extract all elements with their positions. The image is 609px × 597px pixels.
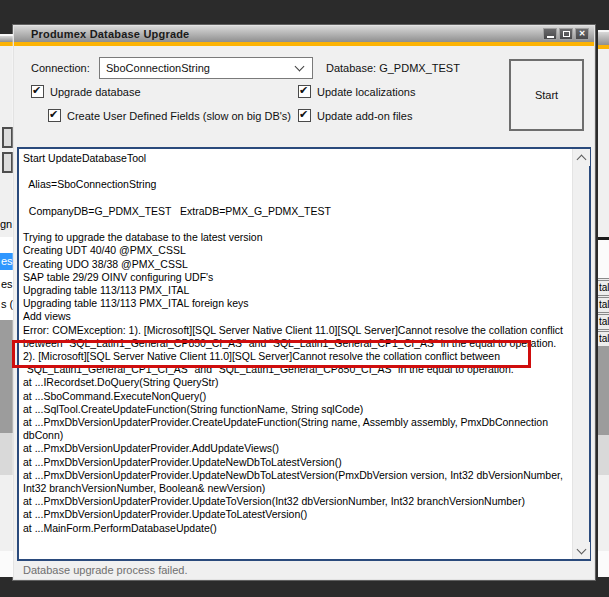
upgrade-database-checkbox[interactable]: ✔	[31, 85, 44, 98]
start-button-label: Start	[535, 89, 558, 101]
log-line	[23, 218, 572, 231]
titlebar[interactable]: Produmex Database Upgrade ✕	[14, 26, 594, 42]
log-line: Add views	[23, 310, 572, 323]
background-button-fragment	[2, 152, 13, 173]
background-panel	[0, 551, 13, 577]
scroll-up-button[interactable]	[573, 149, 590, 166]
log-line: at ...MainForm.PerformDatabaseUpdate()	[23, 522, 572, 535]
connection-dropdown[interactable]: SboConnectionString	[99, 57, 313, 79]
window-controls: ✕	[543, 28, 594, 40]
background-row-text: tal	[598, 312, 609, 329]
log-line: Upgrading table 113/113 PMX_ITAL	[23, 284, 572, 297]
produmex-database-upgrade-dialog: Produmex Database Upgrade ✕ Connection: …	[13, 25, 595, 580]
background-row-text: tal	[598, 329, 609, 346]
background-row-text: s (	[1, 298, 13, 310]
log-line: at ...IRecordset.DoQuery(String QueryStr…	[23, 376, 572, 389]
background-panel	[0, 320, 13, 433]
log-content: Start UpdateDatabaseTool Alias=SboConnec…	[19, 149, 572, 559]
log-line: at ...PmxDbVersionUpdaterProvider.Update…	[23, 508, 572, 521]
log-line: Creating UDT 40/40 @PMX_CSSL	[23, 244, 572, 257]
check-icon: ✔	[49, 108, 58, 121]
update-localizations-label: Update localizations	[317, 86, 415, 98]
connection-dropdown-value: SboConnectionString	[106, 62, 210, 74]
log-line	[23, 192, 572, 205]
log-line: at ...PmxDbVersionUpdaterProvider.Update…	[23, 456, 572, 469]
vertical-scrollbar[interactable]	[572, 149, 589, 559]
chevron-up-icon	[577, 155, 587, 165]
log-line: between "SQL_Latin1_General_CP850_CI_AS"…	[23, 337, 572, 350]
log-line: Error: COMException: 1). [Microsoft][SQL…	[23, 324, 572, 337]
minimize-icon	[547, 36, 554, 38]
maximize-button[interactable]	[559, 28, 573, 40]
background-panel	[598, 346, 609, 435]
connection-label: Connection:	[31, 62, 90, 74]
create-udf-label: Create User Defined Fields (slow on big …	[67, 110, 291, 122]
background-list-fragment: es ( es ( s (	[0, 237, 13, 320]
log-line: Alias=SboConnectionString	[23, 178, 572, 191]
background-accent-bar	[598, 45, 609, 49]
check-icon: ✔	[32, 84, 41, 97]
background-panel	[598, 551, 609, 577]
log-line: CompanyDB=G_PDMX_TEST ExtraDB=PMX_G_PDMX…	[23, 205, 572, 218]
upgrade-database-label: Upgrade database	[50, 86, 141, 98]
update-addon-files-label: Update add-on files	[317, 110, 412, 122]
accent-bar	[14, 42, 594, 46]
checkbox-row: ✔ Update localizations	[298, 85, 415, 98]
checkbox-row: ✔ Create User Defined Fields (slow on bi…	[48, 109, 291, 122]
checkbox-row: ✔ Upgrade database	[31, 85, 141, 98]
log-line: Start UpdateDatabaseTool	[23, 152, 572, 165]
background-clipped-text: gn	[0, 218, 12, 230]
log-line	[23, 165, 572, 178]
log-line: "SQL_Latin1_General_CP1_CI_AS" and "SQL_…	[23, 363, 572, 376]
checkbox-row: ✔ Update add-on files	[298, 109, 412, 122]
update-addon-files-checkbox[interactable]: ✔	[298, 109, 311, 122]
background-row-text: tal	[598, 295, 609, 312]
status-bar: Database upgrade process failed.	[17, 562, 591, 579]
close-icon: ✕	[579, 30, 586, 38]
log-textbox[interactable]: Start UpdateDatabaseTool Alias=SboConnec…	[17, 147, 591, 561]
log-line: at ...SboCommand.ExecuteNonQuery()	[23, 390, 572, 403]
log-line: at ...PmxDbVersionUpdaterProvider.Create…	[23, 416, 572, 429]
log-line: Creating UDO 38/38 @PMX_CSSL	[23, 258, 572, 271]
background-row-text: es (	[1, 278, 13, 290]
chevron-down-icon	[577, 545, 587, 555]
desktop: { "window": { "title": "Produmex Databas…	[0, 0, 609, 597]
background-window-left-fragment: gn es ( es ( s (	[0, 34, 13, 577]
background-accent-bar	[0, 42, 13, 46]
background-grid-rows: taltaltaltal	[598, 278, 609, 346]
log-line: Upgrading table 113/113 PMX_ITAL foreign…	[23, 297, 572, 310]
create-udf-checkbox[interactable]: ✔	[48, 109, 61, 122]
check-icon: ✔	[299, 84, 308, 97]
status-message: Database upgrade process failed.	[23, 564, 188, 576]
log-line: at ...PmxDbVersionUpdaterProvider.Update…	[23, 495, 572, 508]
log-line: at ...SqlTool.CreateUpdateFunction(Strin…	[23, 403, 572, 416]
check-icon: ✔	[299, 108, 308, 121]
log-line: Int32 branchVersionNumber, Boolean& newV…	[23, 482, 572, 495]
log-line: dbConn)	[23, 429, 572, 442]
log-line: 2). [Microsoft][SQL Server Native Client…	[23, 350, 572, 363]
window-title: Produmex Database Upgrade	[14, 28, 189, 40]
chevron-down-icon	[295, 62, 305, 72]
database-label: Database: G_PDMX_TEST	[326, 62, 460, 74]
log-line: at ...PmxDbVersionUpdaterProvider.Update…	[23, 469, 572, 482]
background-panel	[598, 240, 609, 278]
log-line: at ...PmxDbVersionUpdaterProvider.AddUpd…	[23, 442, 572, 455]
scroll-down-button[interactable]	[573, 542, 590, 559]
maximize-icon	[563, 31, 570, 37]
background-panel	[0, 433, 13, 475]
background-button-fragment	[2, 127, 13, 148]
start-button[interactable]: Start	[509, 59, 584, 131]
background-titlebar-fragment	[598, 32, 609, 45]
close-button[interactable]: ✕	[575, 28, 589, 40]
minimize-button[interactable]	[543, 28, 557, 40]
log-line: SAP table 29/29 OINV configuring UDF's	[23, 271, 572, 284]
background-selected-row: es (	[0, 253, 13, 270]
background-window-right-fragment: taltaltaltal	[598, 30, 609, 577]
background-row-text: tal	[598, 278, 609, 295]
update-localizations-checkbox[interactable]: ✔	[298, 85, 311, 98]
log-line: Trying to upgrade the database to the la…	[23, 231, 572, 244]
background-panel	[598, 435, 609, 475]
